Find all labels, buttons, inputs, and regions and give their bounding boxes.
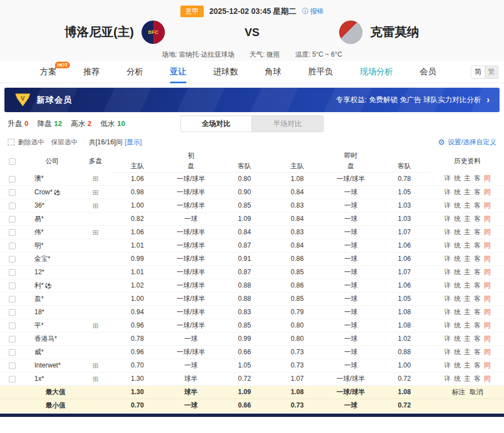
company-name[interactable]: Crow* <box>34 188 53 196</box>
history-link[interactable]: 详 <box>444 255 451 263</box>
history-link[interactable]: 客 <box>474 202 481 209</box>
row-checkbox[interactable] <box>9 323 16 329</box>
history-link[interactable]: 主 <box>464 174 471 182</box>
nav-tab-1[interactable]: 推荐 <box>83 61 100 83</box>
history-link[interactable]: 主 <box>464 348 471 356</box>
multi-odds-icon[interactable]: ⊞ <box>93 188 99 197</box>
history-link[interactable]: 详 <box>444 228 451 236</box>
history-link[interactable]: 主 <box>464 255 471 263</box>
history-link[interactable]: 统 <box>454 202 461 209</box>
settings-button[interactable]: ⚙ 设置/选择自定义 <box>438 138 496 147</box>
history-link[interactable]: 同 <box>484 295 491 303</box>
lang-simplified-button[interactable]: 简 <box>471 66 485 78</box>
multi-odds-icon[interactable]: ⊞ <box>93 202 99 210</box>
report-error-link[interactable]: ⓘ 报错 <box>302 7 324 16</box>
history-link[interactable]: 同 <box>484 281 491 289</box>
row-checkbox[interactable] <box>9 256 16 263</box>
company-name[interactable]: 金宝* <box>34 255 51 263</box>
history-link[interactable]: 详 <box>444 202 451 209</box>
history-link[interactable]: 主 <box>464 241 471 249</box>
history-link[interactable]: 详 <box>444 295 451 303</box>
history-link[interactable]: 主 <box>464 202 471 209</box>
history-link[interactable]: 同 <box>484 268 491 276</box>
company-name[interactable]: 伟* <box>34 228 44 236</box>
history-link[interactable]: 主 <box>464 268 471 276</box>
history-link[interactable]: 统 <box>454 375 461 382</box>
nav-tab-4[interactable]: 进球数 <box>213 61 238 83</box>
multi-odds-icon[interactable]: ⊞ <box>93 375 99 383</box>
multi-odds-icon[interactable]: ⊞ <box>93 361 99 370</box>
nav-tab-7[interactable]: 现场分析 <box>360 61 393 83</box>
row-checkbox[interactable] <box>9 176 16 183</box>
company-name[interactable]: 36* <box>34 202 44 209</box>
history-link[interactable]: 统 <box>454 174 461 182</box>
history-link[interactable]: 同 <box>484 321 491 329</box>
lang-traditional-button[interactable]: 繁 <box>485 66 498 78</box>
history-link[interactable]: 客 <box>474 375 481 382</box>
company-name[interactable]: 平* <box>34 321 44 329</box>
history-link[interactable]: 统 <box>454 215 461 223</box>
history-link[interactable]: 详 <box>444 308 451 316</box>
history-link[interactable]: 同 <box>484 174 491 182</box>
summary-action[interactable]: 标注 <box>452 388 465 396</box>
history-link[interactable]: 客 <box>474 361 481 369</box>
history-link[interactable]: 详 <box>444 348 451 356</box>
history-link[interactable]: 统 <box>454 268 461 276</box>
company-name[interactable]: 盈* <box>34 295 44 303</box>
company-name[interactable]: 香港马* <box>34 335 57 343</box>
nav-tab-5[interactable]: 角球 <box>265 61 281 83</box>
history-link[interactable]: 统 <box>454 241 461 249</box>
history-link[interactable]: 详 <box>444 281 451 289</box>
half-match-toggle[interactable]: 半场对比 <box>252 116 323 132</box>
history-link[interactable]: 客 <box>474 335 481 343</box>
select-all-checkbox[interactable] <box>9 158 16 165</box>
company-name[interactable]: 澳* <box>34 174 44 182</box>
history-link[interactable]: 客 <box>474 295 481 303</box>
row-checkbox[interactable] <box>9 336 16 343</box>
history-link[interactable]: 详 <box>444 188 451 196</box>
history-link[interactable]: 详 <box>444 268 451 276</box>
history-link[interactable]: 客 <box>474 348 481 356</box>
full-match-toggle[interactable]: 全场对比 <box>181 116 252 132</box>
history-link[interactable]: 主 <box>464 215 471 223</box>
multi-odds-icon[interactable]: ⊞ <box>93 321 99 330</box>
row-checkbox[interactable] <box>9 216 16 223</box>
nav-tab-0[interactable]: 方案HOT <box>40 61 57 83</box>
history-link[interactable]: 同 <box>484 228 491 236</box>
history-link[interactable]: 客 <box>474 321 481 329</box>
row-checkbox[interactable] <box>9 376 16 382</box>
company-name[interactable]: 明* <box>34 241 44 249</box>
row-checkbox[interactable] <box>9 349 16 356</box>
history-link[interactable]: 同 <box>484 188 491 196</box>
history-link[interactable]: 同 <box>484 255 491 263</box>
history-link[interactable]: 客 <box>474 255 481 263</box>
history-link[interactable]: 同 <box>484 335 491 343</box>
company-name[interactable]: 18* <box>34 308 44 316</box>
multi-odds-icon[interactable]: ⊞ <box>93 228 99 236</box>
company-name[interactable]: 12* <box>34 268 44 276</box>
row-checkbox[interactable] <box>9 296 16 303</box>
row-checkbox[interactable] <box>9 362 16 369</box>
history-link[interactable]: 统 <box>454 228 461 236</box>
history-link[interactable]: 主 <box>464 228 471 236</box>
history-link[interactable]: 同 <box>484 215 491 223</box>
history-link[interactable]: 客 <box>474 188 481 196</box>
history-link[interactable]: 主 <box>464 375 471 382</box>
nav-tab-2[interactable]: 分析 <box>127 61 143 83</box>
history-link[interactable]: 详 <box>444 174 451 182</box>
history-link[interactable]: 主 <box>464 295 471 303</box>
history-link[interactable]: 同 <box>484 202 491 209</box>
history-link[interactable]: 详 <box>444 375 451 382</box>
history-link[interactable]: 主 <box>464 321 471 329</box>
history-link[interactable]: 统 <box>454 321 461 329</box>
member-banner[interactable]: V 新球会员 专享权益: 免费解锁 免广告 球队实力对比分析 › <box>4 88 500 112</box>
row-checkbox[interactable] <box>9 229 16 236</box>
row-checkbox[interactable] <box>9 269 16 276</box>
history-link[interactable]: 详 <box>444 335 451 343</box>
multi-odds-icon[interactable]: ⊞ <box>93 174 99 183</box>
history-link[interactable]: 主 <box>464 188 471 196</box>
history-link[interactable]: 详 <box>444 215 451 223</box>
history-link[interactable]: 客 <box>474 268 481 276</box>
history-link[interactable]: 主 <box>464 335 471 343</box>
history-link[interactable]: 客 <box>474 308 481 316</box>
